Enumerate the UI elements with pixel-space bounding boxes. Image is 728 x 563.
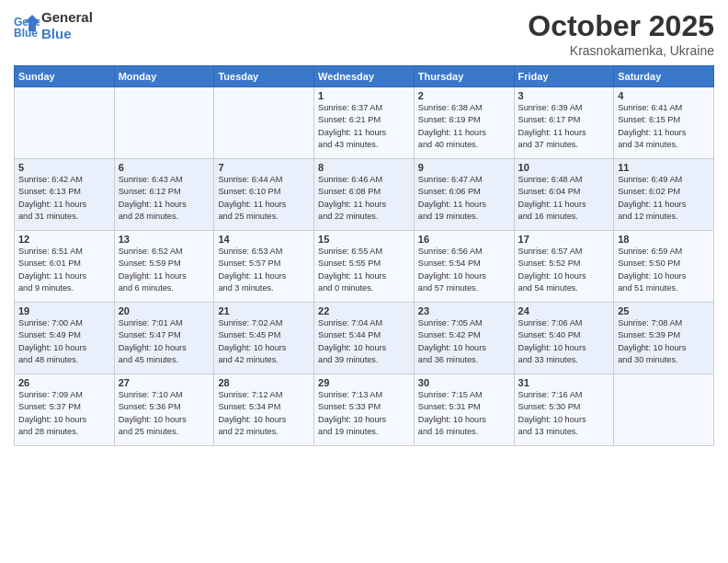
page: General Blue General Blue October 2025 K… bbox=[0, 0, 728, 563]
calendar-cell: 5Sunrise: 6:42 AM Sunset: 6:13 PM Daylig… bbox=[15, 159, 115, 231]
day-info: Sunrise: 7:05 AM Sunset: 5:42 PM Dayligh… bbox=[418, 317, 510, 366]
day-info: Sunrise: 7:16 AM Sunset: 5:30 PM Dayligh… bbox=[518, 389, 610, 438]
week-row-2: 12Sunrise: 6:51 AM Sunset: 6:01 PM Dayli… bbox=[15, 231, 714, 303]
day-number: 28 bbox=[218, 377, 310, 388]
day-info: Sunrise: 6:55 AM Sunset: 5:55 PM Dayligh… bbox=[318, 246, 410, 294]
calendar-cell: 22Sunrise: 7:04 AM Sunset: 5:44 PM Dayli… bbox=[314, 303, 415, 374]
day-info: Sunrise: 6:46 AM Sunset: 6:08 PM Dayligh… bbox=[318, 174, 410, 223]
calendar-cell bbox=[614, 374, 714, 446]
calendar-cell: 19Sunrise: 7:00 AM Sunset: 5:49 PM Dayli… bbox=[15, 303, 115, 374]
day-number: 17 bbox=[518, 234, 610, 245]
day-header-wednesday: Wednesday bbox=[314, 66, 415, 87]
day-info: Sunrise: 7:15 AM Sunset: 5:31 PM Dayligh… bbox=[418, 389, 510, 438]
day-info: Sunrise: 7:04 AM Sunset: 5:44 PM Dayligh… bbox=[318, 317, 410, 366]
week-row-3: 19Sunrise: 7:00 AM Sunset: 5:49 PM Dayli… bbox=[15, 303, 714, 374]
week-row-4: 26Sunrise: 7:09 AM Sunset: 5:37 PM Dayli… bbox=[15, 374, 714, 446]
calendar-cell: 7Sunrise: 6:44 AM Sunset: 6:10 PM Daylig… bbox=[214, 159, 314, 231]
calendar-cell: 4Sunrise: 6:41 AM Sunset: 6:15 PM Daylig… bbox=[614, 87, 714, 159]
day-number: 10 bbox=[518, 162, 610, 173]
header: General Blue General Blue October 2025 K… bbox=[14, 9, 714, 58]
calendar-cell bbox=[15, 87, 115, 159]
calendar-cell: 25Sunrise: 7:08 AM Sunset: 5:39 PM Dayli… bbox=[614, 303, 714, 374]
calendar-cell: 20Sunrise: 7:01 AM Sunset: 5:47 PM Dayli… bbox=[114, 303, 214, 374]
day-info: Sunrise: 6:56 AM Sunset: 5:54 PM Dayligh… bbox=[418, 246, 510, 294]
day-info: Sunrise: 6:39 AM Sunset: 6:17 PM Dayligh… bbox=[518, 102, 610, 151]
calendar-cell: 6Sunrise: 6:43 AM Sunset: 6:12 PM Daylig… bbox=[114, 159, 214, 231]
day-number: 13 bbox=[119, 234, 210, 245]
day-info: Sunrise: 7:02 AM Sunset: 5:45 PM Dayligh… bbox=[218, 317, 310, 366]
calendar-cell: 29Sunrise: 7:13 AM Sunset: 5:33 PM Dayli… bbox=[314, 374, 415, 446]
day-number: 15 bbox=[318, 234, 410, 245]
day-number: 5 bbox=[18, 162, 110, 173]
calendar-cell: 8Sunrise: 6:46 AM Sunset: 6:08 PM Daylig… bbox=[314, 159, 415, 231]
day-number: 3 bbox=[518, 90, 610, 101]
day-number: 27 bbox=[119, 377, 210, 388]
day-number: 8 bbox=[318, 162, 410, 173]
calendar-cell: 16Sunrise: 6:56 AM Sunset: 5:54 PM Dayli… bbox=[414, 231, 514, 303]
day-info: Sunrise: 7:09 AM Sunset: 5:37 PM Dayligh… bbox=[18, 389, 110, 438]
day-header-friday: Friday bbox=[514, 66, 614, 87]
day-number: 4 bbox=[618, 90, 710, 101]
calendar-cell: 26Sunrise: 7:09 AM Sunset: 5:37 PM Dayli… bbox=[15, 374, 115, 446]
week-row-1: 5Sunrise: 6:42 AM Sunset: 6:13 PM Daylig… bbox=[15, 159, 714, 231]
day-info: Sunrise: 6:48 AM Sunset: 6:04 PM Dayligh… bbox=[518, 174, 610, 223]
day-number: 14 bbox=[218, 234, 310, 245]
day-number: 6 bbox=[119, 162, 210, 173]
day-header-thursday: Thursday bbox=[414, 66, 514, 87]
day-info: Sunrise: 6:57 AM Sunset: 5:52 PM Dayligh… bbox=[518, 246, 610, 294]
day-number: 12 bbox=[18, 234, 110, 245]
calendar-cell bbox=[214, 87, 314, 159]
day-info: Sunrise: 6:47 AM Sunset: 6:06 PM Dayligh… bbox=[418, 174, 510, 223]
week-row-0: 1Sunrise: 6:37 AM Sunset: 6:21 PM Daylig… bbox=[15, 87, 714, 159]
day-number: 31 bbox=[518, 377, 610, 388]
calendar-cell: 21Sunrise: 7:02 AM Sunset: 5:45 PM Dayli… bbox=[214, 303, 314, 374]
logo-icon: General Blue bbox=[14, 13, 40, 39]
day-number: 29 bbox=[318, 377, 410, 388]
calendar-cell: 24Sunrise: 7:06 AM Sunset: 5:40 PM Dayli… bbox=[514, 303, 614, 374]
day-number: 11 bbox=[618, 162, 710, 173]
day-info: Sunrise: 6:52 AM Sunset: 5:59 PM Dayligh… bbox=[119, 246, 210, 294]
day-info: Sunrise: 7:00 AM Sunset: 5:49 PM Dayligh… bbox=[18, 317, 110, 366]
day-number: 24 bbox=[518, 305, 610, 316]
calendar-cell: 23Sunrise: 7:05 AM Sunset: 5:42 PM Dayli… bbox=[414, 303, 514, 374]
day-header-sunday: Sunday bbox=[15, 66, 115, 87]
day-header-tuesday: Tuesday bbox=[214, 66, 314, 87]
day-info: Sunrise: 6:37 AM Sunset: 6:21 PM Dayligh… bbox=[318, 102, 410, 151]
day-number: 26 bbox=[18, 377, 110, 388]
day-info: Sunrise: 6:41 AM Sunset: 6:15 PM Dayligh… bbox=[618, 102, 710, 151]
day-info: Sunrise: 7:10 AM Sunset: 5:36 PM Dayligh… bbox=[119, 389, 210, 438]
day-info: Sunrise: 6:51 AM Sunset: 6:01 PM Dayligh… bbox=[18, 246, 110, 294]
day-number: 21 bbox=[218, 305, 310, 316]
calendar-cell: 12Sunrise: 6:51 AM Sunset: 6:01 PM Dayli… bbox=[15, 231, 115, 303]
calendar-subtitle: Krasnokamenka, Ukraine bbox=[528, 43, 714, 58]
calendar-cell: 31Sunrise: 7:16 AM Sunset: 5:30 PM Dayli… bbox=[514, 374, 614, 446]
calendar-cell: 30Sunrise: 7:15 AM Sunset: 5:31 PM Dayli… bbox=[414, 374, 514, 446]
calendar-cell: 28Sunrise: 7:12 AM Sunset: 5:34 PM Dayli… bbox=[214, 374, 314, 446]
day-info: Sunrise: 7:12 AM Sunset: 5:34 PM Dayligh… bbox=[218, 389, 310, 438]
day-info: Sunrise: 6:53 AM Sunset: 5:57 PM Dayligh… bbox=[218, 246, 310, 294]
calendar-cell: 1Sunrise: 6:37 AM Sunset: 6:21 PM Daylig… bbox=[314, 87, 415, 159]
day-info: Sunrise: 6:44 AM Sunset: 6:10 PM Dayligh… bbox=[218, 174, 310, 223]
logo-blue: Blue bbox=[41, 26, 93, 42]
day-header-saturday: Saturday bbox=[614, 66, 714, 87]
day-number: 23 bbox=[418, 305, 510, 316]
day-info: Sunrise: 7:01 AM Sunset: 5:47 PM Dayligh… bbox=[119, 317, 210, 366]
logo: General Blue General Blue bbox=[14, 9, 93, 42]
calendar-cell: 18Sunrise: 6:59 AM Sunset: 5:50 PM Dayli… bbox=[614, 231, 714, 303]
calendar-cell: 14Sunrise: 6:53 AM Sunset: 5:57 PM Dayli… bbox=[214, 231, 314, 303]
calendar-table: SundayMondayTuesdayWednesdayThursdayFrid… bbox=[14, 65, 714, 446]
calendar-cell: 2Sunrise: 6:38 AM Sunset: 6:19 PM Daylig… bbox=[414, 87, 514, 159]
day-number: 22 bbox=[318, 305, 410, 316]
calendar-cell: 11Sunrise: 6:49 AM Sunset: 6:02 PM Dayli… bbox=[614, 159, 714, 231]
calendar-cell bbox=[114, 87, 214, 159]
calendar-cell: 3Sunrise: 6:39 AM Sunset: 6:17 PM Daylig… bbox=[514, 87, 614, 159]
day-number: 16 bbox=[418, 234, 510, 245]
calendar-cell: 13Sunrise: 6:52 AM Sunset: 5:59 PM Dayli… bbox=[114, 231, 214, 303]
day-number: 2 bbox=[418, 90, 510, 101]
calendar-cell: 9Sunrise: 6:47 AM Sunset: 6:06 PM Daylig… bbox=[414, 159, 514, 231]
day-number: 19 bbox=[18, 305, 110, 316]
day-info: Sunrise: 6:49 AM Sunset: 6:02 PM Dayligh… bbox=[618, 174, 710, 223]
day-number: 30 bbox=[418, 377, 510, 388]
day-info: Sunrise: 7:06 AM Sunset: 5:40 PM Dayligh… bbox=[518, 317, 610, 366]
logo-general: General bbox=[41, 9, 93, 26]
